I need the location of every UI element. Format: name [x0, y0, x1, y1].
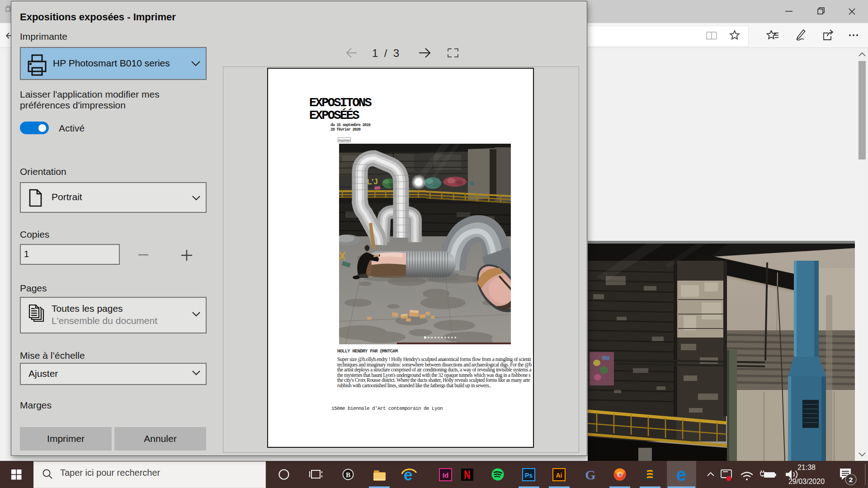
- svg-text:B: B: [346, 471, 350, 479]
- svg-text:2: 2: [849, 476, 853, 483]
- svg-text:e: e: [404, 466, 412, 483]
- svg-text:e: e: [676, 465, 686, 484]
- svg-text:Ai: Ai: [556, 472, 562, 479]
- svg-text:G: G: [585, 467, 595, 482]
- svg-text:Ps: Ps: [525, 472, 533, 479]
- svg-text:Id: Id: [443, 471, 448, 479]
- svg-text:L'J: L'J: [367, 177, 378, 186]
